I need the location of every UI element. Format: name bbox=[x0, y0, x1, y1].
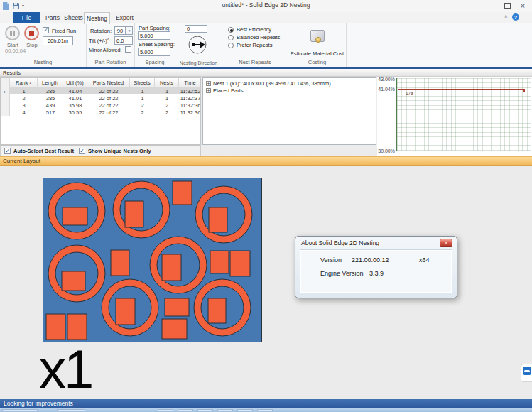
close-button[interactable] bbox=[515, 0, 531, 11]
nested-part-rect[interactable] bbox=[116, 298, 135, 325]
tree-item[interactable]: Nest 1 (x1): '400x300' (39.49% / 41.04%,… bbox=[203, 80, 376, 87]
tab-nesting[interactable]: Nesting bbox=[84, 12, 110, 24]
tree-item-label: Placed Parts bbox=[213, 87, 244, 94]
status-bar: Looking for improvements bbox=[0, 399, 532, 408]
start-button[interactable] bbox=[5, 26, 20, 40]
column-header[interactable]: Parts Nested bbox=[87, 78, 130, 87]
help-icon[interactable] bbox=[512, 13, 519, 21]
nested-part-rect[interactable] bbox=[230, 251, 250, 276]
rotation-dropdown-icon[interactable] bbox=[126, 26, 133, 35]
table-cell: 22 of 22 bbox=[87, 94, 130, 102]
stop-button[interactable] bbox=[24, 26, 39, 40]
estimate-cost-button[interactable]: Estimate Material Cost bbox=[288, 50, 346, 57]
restore-button[interactable] bbox=[499, 0, 515, 11]
group-label-nesting: Nesting bbox=[0, 59, 86, 65]
taskbar-item[interactable] bbox=[57, 409, 85, 411]
table-cell: 1 bbox=[155, 94, 179, 102]
auto-select-option[interactable]: ✓ Auto-Select Best Result bbox=[4, 148, 74, 154]
row-selector[interactable] bbox=[1, 94, 10, 102]
nested-part-rect[interactable] bbox=[208, 298, 226, 323]
nesting-sheet[interactable] bbox=[43, 178, 262, 342]
nested-part-rect[interactable] bbox=[67, 314, 87, 340]
taskbar-item[interactable] bbox=[217, 409, 233, 411]
nested-part-rect[interactable] bbox=[46, 314, 65, 340]
ribbon-group-part-rotation: Rotation: 90 Tilt (+/-)° 0.0 Mirror Allo… bbox=[87, 23, 135, 67]
y-axis-label: 43.00% bbox=[377, 77, 395, 82]
tab-file[interactable]: File bbox=[13, 12, 40, 23]
nested-part-rect[interactable] bbox=[162, 319, 187, 339]
sheet-spacing-field[interactable]: 5.000 bbox=[138, 48, 170, 56]
column-header[interactable]: Rank bbox=[10, 78, 38, 87]
nested-part-rect[interactable] bbox=[162, 254, 181, 281]
tree-item[interactable]: Placed Parts bbox=[203, 87, 376, 94]
radio-option-balanced-repeats[interactable]: Balanced Repeats bbox=[228, 34, 280, 40]
radio-icon[interactable] bbox=[228, 35, 234, 40]
table-row[interactable]: 451730.5522 of 222211:32:36 bbox=[1, 109, 200, 116]
radio-option-best-efficiency[interactable]: Best Efficiency bbox=[228, 26, 271, 33]
show-unique-option[interactable]: ✓ Show Unique Nests Only bbox=[79, 148, 151, 154]
table-cell: 385 bbox=[38, 87, 63, 94]
taskbar-item[interactable] bbox=[158, 409, 173, 411]
start-icon bbox=[10, 31, 15, 36]
table-cell: 22 of 22 bbox=[87, 109, 130, 116]
taskbar-item[interactable] bbox=[197, 409, 213, 411]
column-header[interactable]: Nests bbox=[155, 78, 179, 87]
radio-option-prefer-repeats[interactable]: Prefer Repeats bbox=[228, 42, 272, 48]
tab-export[interactable]: Export bbox=[112, 12, 138, 23]
radio-icon[interactable] bbox=[228, 27, 234, 33]
minimize-button[interactable] bbox=[484, 0, 499, 11]
table-row[interactable]: ▸138541.0422 of 221111:32:52 bbox=[1, 87, 200, 94]
part-spacing-field[interactable]: 5.000 bbox=[138, 31, 170, 40]
run-time-field[interactable]: 00h:01m bbox=[43, 36, 73, 45]
about-close-button[interactable] bbox=[440, 239, 452, 247]
column-header[interactable]: Length bbox=[38, 78, 63, 87]
row-selector[interactable] bbox=[1, 109, 10, 116]
table-cell: 439 bbox=[38, 102, 63, 109]
group-label-part-rotation: Part Rotation bbox=[87, 59, 134, 65]
column-header[interactable]: Time bbox=[179, 78, 201, 87]
collapse-ribbon-icon[interactable] bbox=[505, 13, 508, 18]
row-selector[interactable]: ▸ bbox=[1, 87, 10, 94]
nested-part-rect[interactable] bbox=[165, 298, 189, 316]
mirror-allowed-checkbox[interactable] bbox=[125, 46, 131, 53]
engine-version-label: Engine Version bbox=[320, 270, 364, 277]
nested-part-rect[interactable] bbox=[209, 207, 227, 232]
radio-icon[interactable] bbox=[228, 43, 234, 48]
taskbar-item[interactable] bbox=[257, 409, 273, 411]
table-cell: 517 bbox=[38, 109, 63, 116]
table-cell: 1 bbox=[155, 87, 179, 94]
table-row[interactable]: 343935.9822 of 222211:32:36 bbox=[1, 102, 200, 109]
rotation-value-field[interactable]: 90 bbox=[114, 26, 126, 35]
remote-access-icon[interactable] bbox=[523, 367, 531, 375]
taskbar-item[interactable] bbox=[237, 409, 253, 411]
nested-part-rect[interactable] bbox=[173, 181, 192, 205]
ribbon-group-costing: Estimate Material Cost Costing bbox=[288, 23, 347, 67]
nested-part-rect[interactable] bbox=[63, 207, 87, 225]
group-label-nest-repeats: Nest Repeats bbox=[222, 59, 288, 65]
row-selector[interactable] bbox=[1, 102, 10, 109]
nesting-direction-field[interactable]: 0 bbox=[185, 25, 207, 33]
auto-select-checkbox[interactable]: ✓ bbox=[4, 148, 11, 154]
tab-parts[interactable]: Parts bbox=[43, 12, 63, 23]
taskbar-item[interactable] bbox=[2, 409, 38, 411]
nested-part-rect[interactable] bbox=[210, 251, 229, 273]
group-label-spacing: Spacing bbox=[135, 59, 175, 65]
column-header[interactable]: Util (%) bbox=[63, 78, 87, 87]
taskbar-item[interactable] bbox=[178, 409, 193, 411]
nested-part-rect[interactable] bbox=[62, 271, 85, 291]
ribbon-group-nest-repeats: Best EfficiencyBalanced RepeatsPrefer Re… bbox=[222, 23, 288, 67]
nested-part-rect[interactable] bbox=[125, 201, 143, 227]
expand-icon[interactable] bbox=[206, 81, 211, 86]
tilt-field[interactable]: 0.0 bbox=[114, 36, 133, 45]
show-unique-checkbox[interactable]: ✓ bbox=[79, 148, 85, 154]
remote-access-popup[interactable] bbox=[521, 364, 532, 382]
nested-part-rect[interactable] bbox=[111, 250, 129, 276]
table-row[interactable]: 238541.0122 of 221111:32:37 bbox=[1, 94, 200, 102]
expand-icon[interactable] bbox=[206, 88, 211, 93]
tab-sheets[interactable]: Sheets bbox=[63, 12, 85, 23]
fixed-run-checkbox[interactable]: ✓ bbox=[43, 27, 49, 33]
table-cell: 385 bbox=[38, 94, 63, 102]
column-header[interactable]: Sheets bbox=[130, 78, 155, 87]
direction-arrow-icon[interactable] bbox=[187, 34, 208, 55]
results-options-strip: ✓ Auto-Select Best Result ✓ Show Unique … bbox=[0, 145, 201, 156]
